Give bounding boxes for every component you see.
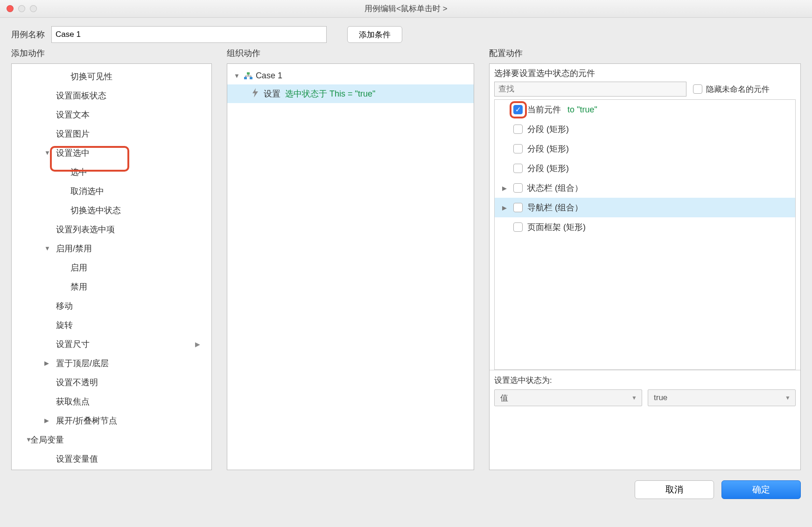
widget-tree[interactable]: ✓当前元件to "true"分段 (矩形)分段 (矩形)分段 (矩形)▶状态栏 … — [494, 99, 796, 370]
value-type-selected: 值 — [500, 393, 508, 403]
dialog-footer: 取消 确定 — [0, 477, 812, 499]
select-widget-label: 选择要设置选中状态的元件 — [494, 68, 796, 79]
action-item-label: 设置尺寸 — [56, 339, 90, 350]
widget-value-suffix: to "true" — [567, 105, 597, 115]
widget-search-input[interactable] — [494, 82, 686, 97]
chevron-down-icon: ▼ — [785, 395, 791, 401]
set-state-label: 设置选中状态为: — [494, 375, 796, 386]
chevron-right-icon[interactable]: ▶ — [44, 417, 49, 424]
hide-unnamed-toggle[interactable]: 隐藏未命名的元件 — [693, 84, 770, 95]
widget-checkbox[interactable]: ✓ — [513, 105, 523, 114]
minimize-window-icon[interactable] — [18, 5, 25, 12]
action-item[interactable]: 设置图片 — [12, 124, 211, 143]
titlebar: 用例编辑<鼠标单击时 > — [0, 0, 812, 18]
action-item-label: 禁用 — [70, 281, 87, 292]
action-detail: 选中状态于 This = "true" — [285, 88, 375, 99]
action-item[interactable]: 切换可见性 — [12, 67, 211, 86]
hide-unnamed-checkbox[interactable] — [693, 84, 702, 94]
widget-label: 导航栏 (组合） — [527, 202, 583, 213]
organize-action-column: 组织动作 ▼ Case 1 设置 选中状态于 This = "true" — [227, 48, 474, 470]
case-action-row[interactable]: 设置 选中状态于 This = "true" — [227, 84, 474, 103]
widget-row[interactable]: ✓当前元件to "true" — [495, 100, 795, 119]
hide-unnamed-label: 隐藏未命名的元件 — [706, 84, 770, 95]
cancel-button[interactable]: 取消 — [635, 480, 714, 499]
action-item-label: 取消选中 — [70, 186, 104, 197]
action-item-label: 启用 — [70, 262, 87, 273]
value-select[interactable]: true ▼ — [648, 389, 796, 406]
chevron-down-icon[interactable]: ▼ — [44, 245, 50, 252]
svg-rect-1 — [244, 77, 247, 79]
action-item[interactable]: 移动 — [12, 296, 211, 315]
action-item-label: 设置文本 — [56, 109, 90, 120]
widget-checkbox[interactable] — [513, 222, 523, 232]
widget-checkbox[interactable] — [513, 183, 523, 193]
add-action-column: 添加动作 切换可见性设置面板状态设置文本设置图片▼设置选中选中取消选中切换选中状… — [11, 48, 212, 470]
widget-label: 当前元件 — [527, 104, 561, 115]
value-type-select[interactable]: 值 ▼ — [494, 389, 642, 406]
action-item-label: 切换选中状态 — [70, 205, 121, 216]
widget-checkbox[interactable] — [513, 144, 523, 153]
ok-button[interactable]: 确定 — [721, 480, 801, 499]
svg-rect-0 — [247, 72, 250, 75]
widget-label: 页面框架 (矩形) — [527, 222, 586, 233]
action-item-label: 置于顶层/底层 — [56, 358, 109, 369]
action-item[interactable]: 切换选中状态 — [12, 201, 211, 220]
configure-action-heading: 配置动作 — [489, 48, 801, 59]
widget-row[interactable]: ▶状态栏 (组合） — [495, 178, 795, 198]
action-item-label: 全局变量 — [30, 434, 64, 445]
action-item[interactable]: 旋转 — [12, 315, 211, 334]
widget-row[interactable]: 分段 (矩形) — [495, 139, 795, 159]
action-item[interactable]: 设置不透明 — [12, 373, 211, 392]
configure-action-column: 配置动作 选择要设置选中状态的元件 隐藏未命名的元件 ✓当前元件to "true… — [489, 48, 801, 470]
action-list[interactable]: 切换可见性设置面板状态设置文本设置图片▼设置选中选中取消选中切换选中状态设置列表… — [12, 64, 211, 470]
action-item[interactable]: ▼启用/禁用 — [12, 239, 211, 258]
action-item-label: 旋转 — [56, 319, 73, 331]
action-item[interactable]: ▼全局变量 — [12, 430, 211, 449]
action-item[interactable]: 设置列表选中项 — [12, 220, 211, 239]
action-item[interactable]: ▶展开/折叠树节点 — [12, 411, 211, 430]
action-item[interactable]: 设置文本 — [12, 105, 211, 124]
action-item[interactable]: 设置面板状态 — [12, 86, 211, 105]
action-item[interactable]: 取消选中 — [12, 181, 211, 201]
add-condition-button[interactable]: 添加条件 — [347, 26, 402, 43]
action-prefix: 设置 — [264, 88, 280, 99]
chevron-down-icon[interactable]: ▼ — [44, 149, 50, 156]
maximize-window-icon[interactable] — [30, 5, 37, 12]
action-item[interactable]: 设置尺寸▶ — [12, 334, 211, 354]
action-item[interactable]: 禁用 — [12, 277, 211, 296]
bolt-icon — [252, 88, 259, 100]
action-item[interactable]: 选中 — [12, 162, 211, 181]
chevron-right-icon[interactable]: ▶ — [502, 204, 507, 211]
widget-row[interactable]: 页面框架 (矩形) — [495, 217, 795, 237]
close-window-icon[interactable] — [7, 5, 14, 12]
widget-checkbox[interactable] — [513, 203, 523, 212]
chevron-right-icon[interactable]: ▶ — [502, 185, 507, 192]
widget-checkbox[interactable] — [513, 125, 523, 134]
chevron-down-icon[interactable]: ▼ — [234, 72, 240, 79]
case-name-label: 用例名称 — [11, 29, 45, 40]
case-row[interactable]: ▼ Case 1 — [227, 67, 474, 84]
widget-row[interactable]: ▶导航栏 (组合） — [495, 198, 795, 217]
action-item[interactable]: 启用 — [12, 258, 211, 277]
case-tree[interactable]: ▼ Case 1 设置 选中状态于 This = "true" — [227, 64, 474, 106]
widget-row[interactable]: 分段 (矩形) — [495, 159, 795, 178]
action-item-label: 设置不透明 — [56, 377, 98, 388]
action-item-label: 设置面板状态 — [56, 90, 106, 101]
action-item[interactable]: ▼设置选中 — [12, 143, 211, 162]
chevron-right-icon[interactable]: ▶ — [44, 360, 49, 367]
action-item-label: 展开/折叠树节点 — [56, 415, 117, 426]
action-item-label: 设置图片 — [56, 128, 90, 139]
widget-row[interactable]: 分段 (矩形) — [495, 119, 795, 139]
action-item[interactable]: 设置变量值 — [12, 449, 211, 468]
widget-label: 分段 (矩形) — [527, 143, 569, 154]
value-selected: true — [654, 393, 667, 402]
chevron-down-icon[interactable]: ▼ — [26, 436, 32, 443]
chevron-down-icon: ▼ — [631, 395, 637, 401]
widget-label: 状态栏 (组合） — [527, 182, 583, 194]
action-item-label: 切换可见性 — [70, 71, 112, 82]
action-item[interactable]: ▶置于顶层/底层 — [12, 354, 211, 373]
action-item-label: 设置选中 — [56, 147, 90, 159]
widget-checkbox[interactable] — [513, 164, 523, 173]
action-item[interactable]: 获取焦点 — [12, 392, 211, 411]
case-name-input[interactable] — [51, 26, 327, 43]
